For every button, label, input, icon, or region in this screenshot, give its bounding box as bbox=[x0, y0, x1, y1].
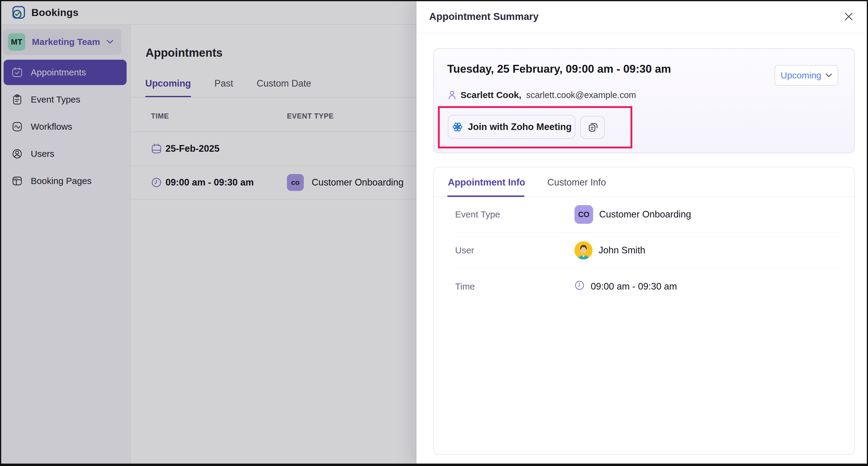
appointment-summary-drawer: Appointment Summary Tuesday, 25 February… bbox=[416, 0, 868, 466]
detail-label: Time bbox=[455, 282, 575, 292]
customer-email: scarlett.cook@example.com bbox=[526, 90, 636, 100]
event-type-badge: CO bbox=[575, 205, 593, 224]
detail-value: Customer Onboarding bbox=[599, 209, 691, 220]
detail-label: Event Type bbox=[455, 209, 575, 220]
appointment-datetime: Tuesday, 25 February, 09:00 am - 09:30 a… bbox=[447, 63, 671, 76]
tab-customer-info[interactable]: Customer Info bbox=[547, 177, 606, 188]
chevron-down-icon bbox=[826, 73, 832, 78]
copy-meeting-link-button[interactable] bbox=[580, 116, 605, 139]
drawer-title: Appointment Summary bbox=[429, 0, 538, 33]
user-avatar bbox=[575, 241, 592, 259]
detail-value: John Smith bbox=[598, 245, 645, 256]
appointment-info-card: Appointment Info Customer Info Event Typ… bbox=[433, 167, 855, 455]
zoho-meeting-icon bbox=[452, 121, 464, 133]
modal-backdrop[interactable] bbox=[0, 0, 416, 466]
detail-row-event-type: Event Type CO Customer Onboarding bbox=[455, 197, 842, 233]
join-zoho-meeting-button[interactable]: Join with Zoho Meeting bbox=[448, 115, 575, 139]
customer-row: Scarlett Cook, scarlett.cook@example.com bbox=[447, 90, 636, 100]
detail-row-time: Time 09:00 am - 09:30 am bbox=[455, 268, 842, 304]
detail-row-user: User John Smith bbox=[455, 233, 842, 268]
info-tabs: Appointment Info Customer Info bbox=[434, 167, 854, 197]
status-dropdown[interactable]: Upcoming bbox=[775, 65, 838, 86]
detail-value: 09:00 am - 09:30 am bbox=[591, 281, 677, 292]
close-icon[interactable] bbox=[843, 11, 854, 22]
person-icon bbox=[447, 90, 457, 100]
drawer-header: Appointment Summary bbox=[416, 0, 868, 33]
status-label: Upcoming bbox=[781, 70, 821, 81]
tab-appointment-info[interactable]: Appointment Info bbox=[448, 177, 525, 188]
detail-rows: Event Type CO Customer Onboarding User bbox=[455, 197, 842, 304]
detail-label: User bbox=[455, 245, 575, 256]
copy-icon bbox=[587, 121, 598, 133]
join-button-label: Join with Zoho Meeting bbox=[468, 121, 571, 133]
customer-name: Scarlett Cook, bbox=[461, 90, 521, 100]
clock-icon bbox=[575, 280, 585, 293]
